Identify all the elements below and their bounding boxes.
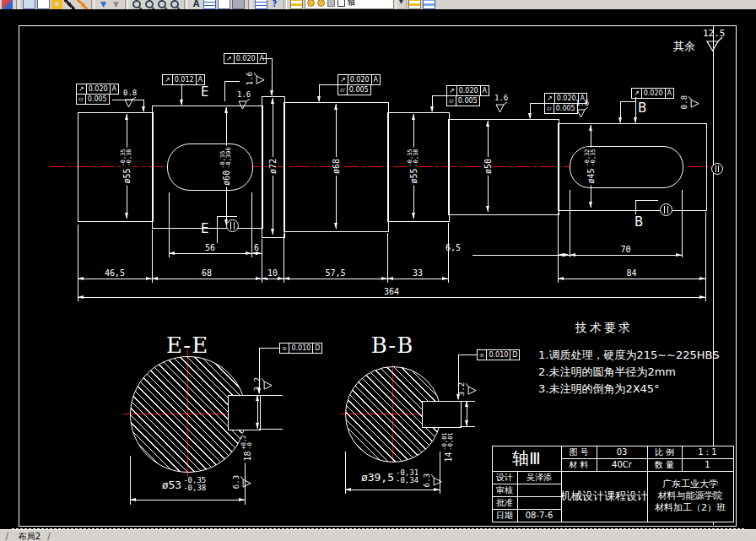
dim-10: 10 [262, 279, 284, 279]
gdt-frame-1: ↗0.020A ⌭0.005 [76, 84, 119, 105]
zoom-realtime-icon[interactable] [132, 0, 143, 9]
roughness-mark: 0.8 [123, 89, 137, 108]
dia-label-d39-5: ø39,5 -0,31-0,34 [359, 469, 420, 484]
roughness-icon [237, 99, 251, 110]
make-object-layer-icon[interactable] [408, 0, 421, 9]
leader-line [458, 354, 477, 355]
dim-6-5-label: 6,5 [446, 243, 461, 252]
toolbar-separator [125, 0, 128, 9]
drawing-canvas[interactable]: 其余 12.5 ø55 -0,35-0,38 ø60 -0,35-0,396 [0, 9, 756, 530]
roughness-mark: 1.6 [237, 91, 251, 110]
help-icon[interactable]: ? [269, 0, 280, 9]
leader-line [319, 84, 320, 101]
zoom-window-icon[interactable] [144, 0, 155, 9]
zoom-out-icon[interactable] [170, 0, 181, 9]
section-cut-line [635, 200, 658, 201]
layer-freeze-icon[interactable] [317, 0, 325, 7]
section-label-e-top: E [201, 84, 208, 100]
insert-arrow-icon[interactable]: ▼ [98, 0, 109, 9]
org-line: 材料与能源学院 [658, 490, 723, 502]
layer-on-icon[interactable] [307, 0, 315, 7]
roughness-icon [254, 72, 265, 85]
tab-layout2[interactable]: 布局2 [14, 530, 56, 541]
dim-46-5: 46,5 [78, 279, 152, 279]
leader-line [181, 84, 182, 105]
roughness-icon [688, 95, 699, 109]
extension-line [259, 395, 283, 396]
print-icon[interactable] [232, 0, 245, 9]
leader-line [458, 354, 459, 399]
extension-line [705, 212, 706, 301]
tab-layout1[interactable]: 布局1 [0, 530, 14, 541]
roughness-mark: 3.2 [458, 382, 477, 396]
extension-line [284, 234, 284, 283]
gdt-frame-4: ↗0.020A ⌭0.005 [338, 74, 381, 95]
layer-dropdown[interactable]: 轴 [305, 0, 394, 9]
row-value: 吴泽添 [517, 471, 562, 484]
shaft-section-d50 [448, 119, 559, 215]
part-name: 轴Ⅲ [492, 446, 562, 472]
edit-icon[interactable] [77, 0, 88, 9]
dia-label-d68: ø68 [332, 157, 341, 176]
toolbar-separator [16, 0, 19, 9]
erase-icon[interactable] [23, 0, 35, 9]
leader-line [432, 95, 446, 96]
text-style-icon[interactable]: A [191, 0, 202, 9]
layer-lock-icon[interactable] [327, 0, 335, 7]
leader-line [259, 348, 279, 349]
leader-line [319, 84, 338, 85]
extension-line [570, 190, 570, 257]
keyway-width-label-ee: 18 +0,2-0 [241, 434, 253, 463]
gdt-frame-7: ↗0.020A [631, 88, 674, 99]
paint-icon[interactable] [2, 0, 13, 9]
section-cut-mark-icon [226, 219, 239, 232]
dia-label-d55a: ø55 -0,35-0,38 [121, 147, 132, 185]
row-label: 审核 [492, 484, 518, 497]
insert-arrow2-icon[interactable]: ▼ [111, 0, 122, 9]
table-icon[interactable] [203, 0, 216, 9]
pen-icon[interactable] [64, 0, 75, 9]
properties-icon[interactable] [218, 0, 230, 9]
grid-icon[interactable] [255, 0, 267, 9]
extension-line [387, 233, 388, 283]
field-label: 比 例 [647, 446, 683, 459]
toolbar-separator [248, 0, 251, 9]
donut-icon[interactable] [51, 0, 62, 9]
layer-name: 轴 [348, 0, 355, 7]
dim-57-5: 57,5 [284, 279, 387, 279]
org-line: 广东工业大学 [662, 479, 718, 490]
section-cut-line [635, 200, 636, 214]
section-cut-line [217, 216, 218, 243]
roughness-mark: 0.8 [681, 95, 699, 109]
extension-line [448, 223, 449, 283]
keyway-1 [167, 143, 253, 191]
section-cut-mark-icon [711, 163, 723, 175]
toolbar-separator [184, 0, 187, 9]
field-value: 40Cr [597, 458, 648, 472]
organization: 广东工业大学 材料与能源学院 材料加工（2）班 [647, 471, 734, 522]
section-cut-line [224, 81, 225, 101]
zoom-previous-icon[interactable] [157, 0, 168, 9]
row-label: 日期 [492, 509, 518, 522]
field-value: 1 [682, 458, 734, 472]
roughness-icon [431, 473, 442, 487]
leader-line [530, 103, 544, 104]
dia-label-d50: ø50 [483, 157, 493, 176]
field-label: 材 料 [561, 458, 597, 472]
dim-33: 33 [387, 279, 448, 279]
roughness-icon [466, 382, 477, 396]
dim-6-5 [558, 255, 570, 256]
layers-icon[interactable] [290, 0, 303, 9]
section-label-b-top: B [638, 100, 646, 116]
dim-70: 70 [570, 255, 682, 256]
copy-icon[interactable] [37, 0, 50, 9]
roughness-mark: 6.3 [424, 473, 442, 487]
layer-dropdown-arrow[interactable]: ▼ [396, 0, 407, 9]
layer-manager-icon[interactable] [423, 0, 435, 9]
section-label-b-bottom: B [634, 214, 643, 230]
general-roughness-prefix: 其余 [673, 39, 695, 54]
tech-req-item: 1.调质处理，硬度为215~~225HBS [538, 348, 720, 363]
layout-tabs: 布局1 布局2 [0, 530, 56, 541]
row-value [517, 484, 562, 497]
layer-color-swatch[interactable] [338, 0, 345, 7]
